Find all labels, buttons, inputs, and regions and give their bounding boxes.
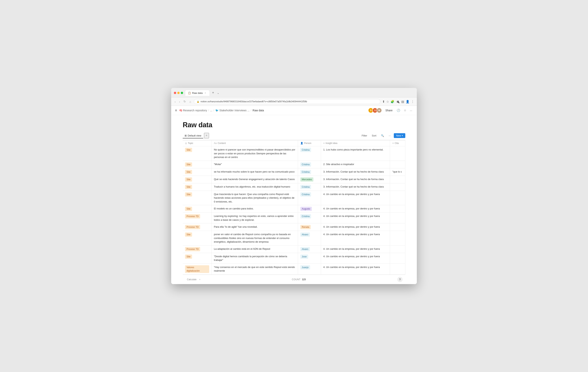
- cell-insight: 4. Un cambio en la empresa, por dentro y…: [321, 231, 390, 245]
- home-button[interactable]: ⌂: [189, 100, 192, 104]
- table-row[interactable]: SiteTraducir a humano los algoritmos, et…: [183, 183, 405, 191]
- share-button[interactable]: Share: [384, 108, 394, 113]
- cell-person[interactable]: Augusto: [298, 205, 321, 213]
- new-button[interactable]: New ▾: [394, 133, 405, 138]
- cell-topic[interactable]: Site: [183, 161, 211, 168]
- close-control[interactable]: [174, 92, 176, 94]
- menu-icon[interactable]: ⋮: [411, 100, 414, 104]
- topic-tag: Site: [185, 162, 192, 167]
- person-tag: Mercedes: [300, 177, 314, 181]
- cell-person[interactable]: Jose: [298, 253, 321, 264]
- cell-insight: 1. Los hubs como pieza importante pero n…: [321, 146, 390, 161]
- maximize-control[interactable]: [181, 92, 183, 94]
- help-button[interactable]: ?: [397, 277, 403, 282]
- cell-content: No quiere ni parecer que son imprescindi…: [211, 146, 298, 161]
- url-text: notion.so/hanzostudio/948879680316483dac…: [200, 100, 378, 103]
- active-tab[interactable]: 📋 Raw data ×: [185, 90, 210, 96]
- cell-person[interactable]: Cristina: [298, 168, 321, 176]
- cell-topic[interactable]: Site: [183, 183, 211, 191]
- cell-topic[interactable]: Site: [183, 253, 211, 264]
- cell-topic[interactable]: Site: [183, 191, 211, 205]
- more-button[interactable]: ···: [409, 108, 413, 113]
- topic-tag: Proceso TD: [185, 247, 200, 251]
- table-row[interactable]: SiteEl modelo es un cambio para todos.Au…: [183, 205, 405, 213]
- favorite-button[interactable]: ☆: [403, 108, 407, 113]
- count-label: COUNT: [292, 278, 301, 281]
- table-row[interactable]: Siteponer en valor el cambio de Repsol c…: [183, 231, 405, 245]
- hamburger-menu[interactable]: ≡: [175, 108, 177, 113]
- cell-person[interactable]: Cristina: [298, 213, 321, 223]
- table-row[interactable]: Proceso TDPara ella "lo de agile" fue un…: [183, 223, 405, 231]
- table-body: SiteNo quiere ni parecer que son impresc…: [183, 146, 405, 275]
- profile-icon[interactable]: 👤: [406, 100, 410, 104]
- view-bar: ⊞ Default view + Filter Sort 🔍 ··· New ▾: [183, 133, 405, 140]
- tab-more-button[interactable]: ⌄: [216, 91, 220, 95]
- more-options-button[interactable]: ···: [387, 133, 392, 138]
- cell-content: Traducir a humano los algoritmos, etc. e…: [211, 183, 298, 191]
- cell-person[interactable]: Cristina: [298, 161, 321, 168]
- cell-topic[interactable]: Site: [183, 231, 211, 245]
- cell-person[interactable]: Alvaro: [298, 231, 321, 245]
- cell-cita: [390, 183, 405, 191]
- col-insight: ≡ Insight idea: [321, 140, 390, 146]
- cell-cita: [390, 253, 405, 264]
- breadcrumb-ellipsis[interactable]: ...: [210, 109, 212, 112]
- notion-nav: ≡ 🧠 🧠 Research repositoryResearch reposi…: [171, 106, 417, 115]
- cell-cita: [390, 231, 405, 245]
- cell-topic[interactable]: Site: [183, 168, 211, 176]
- cell-person[interactable]: Alvaro: [298, 245, 321, 253]
- cell-topic[interactable]: Valores digitalización: [183, 264, 211, 275]
- minimize-control[interactable]: [177, 92, 180, 94]
- cell-person[interactable]: Mercedes: [298, 176, 321, 183]
- cell-person[interactable]: Cristina: [298, 183, 321, 191]
- share-icon[interactable]: ⬆: [382, 100, 385, 104]
- filter-button[interactable]: Filter: [360, 133, 369, 138]
- tab-default-view[interactable]: ⊞ Default view: [183, 133, 203, 138]
- cell-person[interactable]: Cristina: [298, 146, 321, 161]
- table-row[interactable]: Site"Desde digital hemos cambiado la per…: [183, 253, 405, 264]
- table-row[interactable]: SiteQué se está haciendo Generar engagem…: [183, 176, 405, 183]
- cell-cita: [390, 213, 405, 223]
- person-tag: Renata: [300, 225, 311, 229]
- extension-icon[interactable]: 🧩: [390, 100, 394, 104]
- cell-topic[interactable]: Proceso TD: [183, 213, 211, 223]
- cell-person[interactable]: Cristina: [298, 191, 321, 205]
- cell-insight: 4. Un cambio en la empresa, por dentro y…: [321, 223, 390, 231]
- table-row[interactable]: SiteNo quiere ni parecer que son impresc…: [183, 146, 405, 161]
- table-row[interactable]: SiteQue trascienda lo que hacen: Que una…: [183, 191, 405, 205]
- col-topic: ◎ Topic: [183, 140, 211, 146]
- sidebar-icon[interactable]: ▤: [401, 100, 404, 104]
- topic-tag: Site: [185, 185, 192, 189]
- address-bar: ‹ › ↻ ⌂ 🔒 notion.so/hanzostudio/94887968…: [171, 97, 417, 106]
- table-row[interactable]: Proceso TDLearning by exploring: no hay …: [183, 213, 405, 223]
- cell-person[interactable]: Renata: [298, 223, 321, 231]
- topic-tag: Site: [185, 255, 192, 259]
- cell-topic[interactable]: Site: [183, 176, 211, 183]
- cell-topic[interactable]: Site: [183, 205, 211, 213]
- table-row[interactable]: Proceso TDLa adaptación al cambio está e…: [183, 245, 405, 253]
- breadcrumb-stakeholder[interactable]: 🐦 Stakeholder Interviews ...: [215, 109, 250, 112]
- url-bar[interactable]: 🔒 notion.so/hanzostudio/948879680316483d…: [194, 99, 380, 104]
- table-row[interactable]: Sitese ha informado mucho sobre lo que h…: [183, 168, 405, 176]
- history-button[interactable]: 🕐: [396, 108, 401, 113]
- cell-topic[interactable]: Site: [183, 146, 211, 161]
- sort-button[interactable]: Sort: [370, 133, 378, 138]
- bookmark-icon[interactable]: ☆: [386, 100, 389, 104]
- tab-close-button[interactable]: ×: [204, 91, 207, 95]
- table-row[interactable]: Valores digitalización"Hay consenso en e…: [183, 264, 405, 275]
- forward-button[interactable]: ›: [178, 100, 181, 104]
- cell-topic[interactable]: Proceso TD: [183, 245, 211, 253]
- breadcrumb-research[interactable]: 🧠 🧠 Research repositoryResearch reposito…: [179, 109, 207, 112]
- new-tab-button[interactable]: +: [210, 90, 216, 96]
- cell-person[interactable]: Juanjo: [298, 264, 321, 275]
- calculate-button[interactable]: Calculate: [185, 277, 198, 282]
- back-button[interactable]: ‹: [174, 100, 176, 104]
- reload-button[interactable]: ↻: [183, 99, 187, 104]
- view-tabs: ⊞ Default view +: [183, 133, 209, 138]
- col-person: 👤 Person: [298, 140, 321, 146]
- add-view-button[interactable]: +: [204, 133, 209, 138]
- cell-topic[interactable]: Proceso TD: [183, 223, 211, 231]
- extensions-icon[interactable]: 🔌: [396, 100, 400, 104]
- search-button[interactable]: 🔍: [379, 133, 386, 138]
- table-row[interactable]: Site"Molar"Cristina2. Site atractivo e i…: [183, 161, 405, 168]
